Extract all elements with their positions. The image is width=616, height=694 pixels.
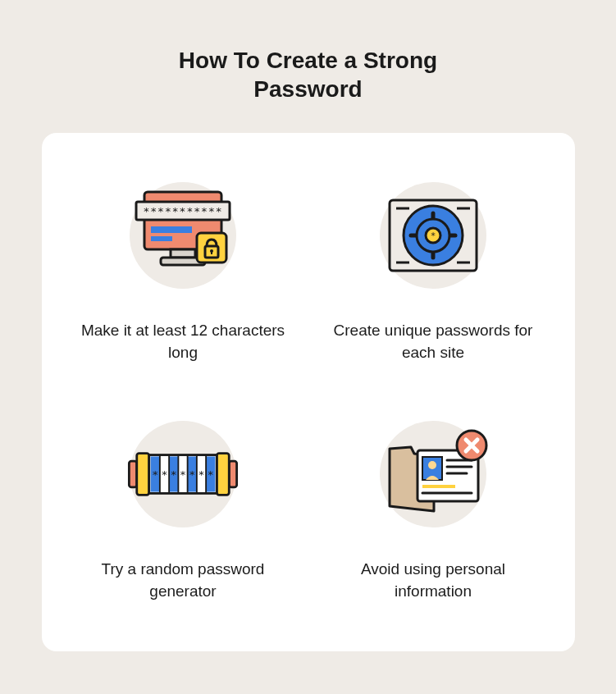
tip-item: * * * * * * * Try a random password gene…: [66, 413, 300, 602]
svg-text:*: *: [208, 468, 214, 481]
tip-label: Avoid using personal information: [326, 559, 540, 602]
svg-point-48: [428, 461, 436, 469]
svg-rect-27: [217, 454, 229, 495]
page-title: How To Create a Strong Password: [161, 46, 456, 103]
svg-text:*: *: [431, 231, 436, 241]
svg-text:*: *: [189, 468, 195, 481]
svg-text:*: *: [180, 468, 186, 481]
computer-password-icon: ***********: [121, 174, 244, 297]
personal-info-icon: [372, 413, 495, 536]
svg-text:***********: ***********: [143, 205, 222, 217]
tip-item: * Create unique passwords for each site: [317, 174, 550, 363]
tip-label: Create unique passwords for each site: [326, 320, 540, 363]
generator-icon: * * * * * * *: [121, 413, 244, 536]
svg-rect-4: [151, 236, 172, 241]
vault-icon: *: [372, 174, 495, 297]
svg-rect-26: [137, 454, 149, 495]
svg-text:*: *: [171, 468, 177, 481]
svg-text:*: *: [198, 468, 205, 481]
svg-rect-49: [422, 485, 455, 488]
tips-card: *********** Make it at least 12 characte…: [42, 133, 575, 651]
tip-item: Avoid using personal information: [317, 413, 550, 602]
svg-rect-10: [211, 251, 212, 254]
svg-rect-3: [151, 226, 192, 233]
svg-text:*: *: [162, 468, 168, 481]
tip-label: Try a random password generator: [76, 559, 290, 602]
svg-text:*: *: [152, 468, 158, 481]
tip-label: Make it at least 12 characters long: [76, 320, 290, 363]
tip-item: *********** Make it at least 12 characte…: [66, 174, 300, 363]
